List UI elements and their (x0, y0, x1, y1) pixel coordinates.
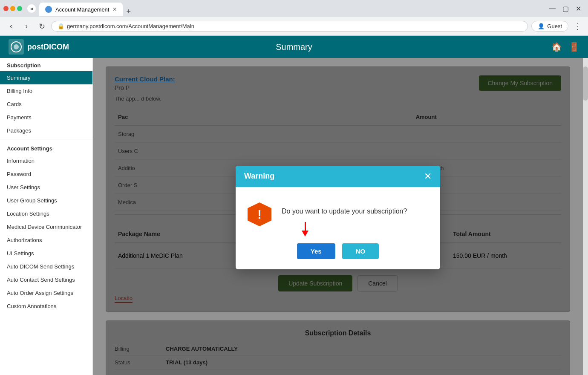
sidebar-item-user-group-settings[interactable]: User Group Settings (0, 194, 92, 207)
warning-modal: Warning ✕ ! Do you want to update your s… (236, 166, 440, 269)
no-button[interactable]: NO (342, 243, 379, 259)
warning-icon: ! (246, 201, 273, 228)
browser-tab[interactable]: Account Management ✕ (39, 3, 123, 16)
modal-title: Warning (244, 172, 274, 181)
sidebar-item-location-settings[interactable]: Location Settings (0, 207, 92, 220)
modal-body: ! Do you want to update your subscriptio… (236, 187, 440, 238)
content-area: Current Cloud Plan: Change My Subscripti… (93, 58, 583, 375)
tab-title: Account Management (55, 6, 109, 13)
maximize-button[interactable]: ▢ (562, 5, 569, 13)
sidebar-item-auto-dicom[interactable]: Auto DICOM Send Settings (0, 260, 92, 273)
sidebar-item-medical-device[interactable]: Medical Device Communicator (0, 220, 92, 234)
modal-close-button[interactable]: ✕ (424, 172, 432, 181)
yes-button[interactable]: Yes (297, 243, 335, 259)
new-tab-button[interactable]: + (124, 7, 133, 16)
app-header-title: Summary (276, 42, 312, 52)
app-header: postDICOM Summary 🏠 🚪 (0, 36, 588, 58)
minimize-button[interactable]: — (549, 5, 556, 13)
modal-message: Do you want to update your subscription? (282, 201, 407, 215)
logo-svg (10, 41, 22, 53)
sidebar-item-user-settings[interactable]: User Settings (0, 181, 92, 194)
forward-button[interactable]: › (20, 20, 32, 32)
sidebar-item-password[interactable]: Password (0, 167, 92, 181)
back-button[interactable]: ‹ (5, 20, 17, 32)
sidebar-item-custom-annotations[interactable]: Custom Annotations (0, 300, 92, 313)
sidebar-item-ui-settings[interactable]: UI Settings (0, 247, 92, 260)
modal-overlay: Warning ✕ ! Do you want to update your s… (93, 58, 583, 375)
sidebar-item-billing-info[interactable]: Billing Info (0, 84, 92, 98)
app-logo: postDICOM (9, 39, 69, 55)
close-window-button[interactable]: ✕ (576, 5, 581, 13)
address-lock-icon: 🔒 (58, 23, 64, 29)
sidebar-item-packages[interactable]: Packages (0, 124, 92, 137)
exit-icon[interactable]: 🚪 (569, 42, 579, 52)
sidebar-item-information[interactable]: Information (0, 154, 92, 167)
tab-favicon (45, 6, 52, 13)
logo-icon (9, 39, 24, 55)
scrollbar-thumb[interactable] (583, 66, 588, 101)
scrollbar[interactable] (583, 58, 588, 375)
modal-footer: Yes NO (236, 238, 440, 269)
tab-close-button[interactable]: ✕ (112, 6, 117, 12)
profile-button[interactable]: 👤 Guest (531, 21, 568, 32)
profile-label: Guest (547, 23, 562, 29)
reload-button[interactable]: ↻ (36, 20, 48, 32)
svg-text:!: ! (257, 207, 262, 221)
svg-point-1 (14, 44, 19, 49)
sidebar-item-auto-order[interactable]: Auto Order Assign Settings (0, 286, 92, 300)
sidebar-item-authorizations[interactable]: Authorizations (0, 234, 92, 247)
arrow-indicator (302, 222, 308, 237)
sidebar-item-auto-contact[interactable]: Auto Contact Send Settings (0, 273, 92, 286)
browser-menu-button[interactable]: ⋮ (572, 22, 583, 31)
sidebar: Subscription Summary Billing Info Cards … (0, 58, 93, 375)
profile-icon: 👤 (538, 23, 545, 29)
home-icon[interactable]: 🏠 (551, 42, 562, 52)
sidebar-item-summary[interactable]: Summary (0, 71, 92, 84)
modal-header: Warning ✕ (236, 166, 440, 187)
logo-text: postDICOM (27, 43, 69, 52)
sidebar-subscription-label: Subscription (0, 58, 92, 71)
header-icons: 🏠 🚪 (551, 42, 579, 52)
sidebar-account-settings-label: Account Settings (0, 141, 92, 154)
address-url[interactable]: germany.postdicom.com/AccountManagement/… (67, 23, 194, 29)
sidebar-item-payments[interactable]: Payments (0, 111, 92, 124)
sidebar-item-cards[interactable]: Cards (0, 98, 92, 111)
